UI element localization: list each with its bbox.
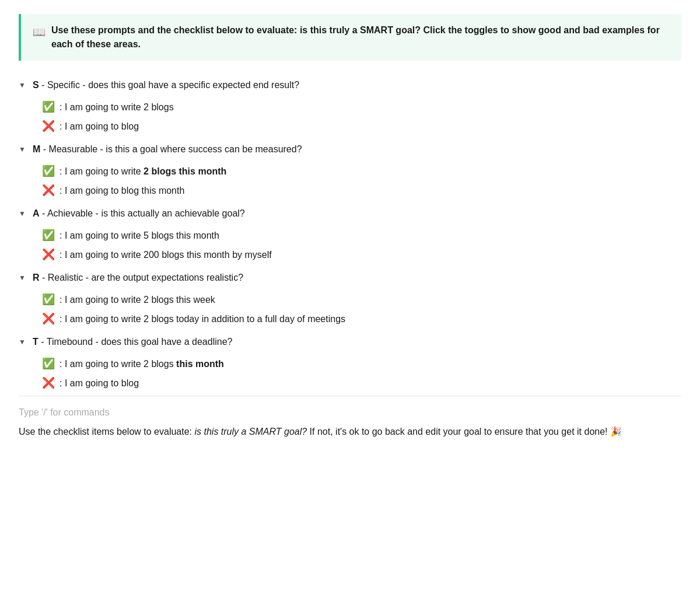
placeholder-text[interactable]: Type '/' for commands xyxy=(19,406,681,420)
example-text-T-1: : I am going to blog xyxy=(60,376,139,390)
example-row-T-0: ✅: I am going to write 2 blogs this mont… xyxy=(42,356,681,372)
callout-icon: 📖 xyxy=(33,25,46,40)
check-icon: ✅ xyxy=(42,163,55,179)
bottom-text-italic: is this truly a SMART goal? xyxy=(194,427,307,437)
example-row-M-1: ❌: I am going to blog this month xyxy=(42,183,681,198)
smart-section-A: ▼A - Achievable - is this actually an ac… xyxy=(19,203,681,263)
cross-icon: ❌ xyxy=(42,311,55,327)
toggle-arrow-M: ▼ xyxy=(19,144,28,155)
bottom-description: Use the checklist items below to evaluat… xyxy=(19,424,681,439)
example-text-S-1: : I am going to blog xyxy=(60,120,139,134)
example-text-T-0: : I am going to write 2 blogs this month xyxy=(60,357,224,371)
section-header-R[interactable]: ▼R - Realistic - are the output expectat… xyxy=(19,267,681,288)
section-title-A: A - Achievable - is this actually an ach… xyxy=(33,207,245,221)
example-text-R-1: : I am going to write 2 blogs today in a… xyxy=(60,312,345,326)
example-row-R-0: ✅: I am going to write 2 blogs this week xyxy=(42,292,681,308)
toggle-arrow-T: ▼ xyxy=(19,337,28,347)
section-examples-A: ✅: I am going to write 5 blogs this mont… xyxy=(42,228,681,263)
section-examples-T: ✅: I am going to write 2 blogs this mont… xyxy=(42,356,681,391)
section-title-S: S - Specific - does this goal have a spe… xyxy=(33,78,299,92)
check-icon: ✅ xyxy=(42,228,55,243)
section-title-M: M - Measurable - is this a goal where su… xyxy=(33,142,302,156)
smart-section-M: ▼M - Measurable - is this a goal where s… xyxy=(19,139,681,198)
divider xyxy=(19,396,681,396)
section-header-S[interactable]: ▼S - Specific - does this goal have a sp… xyxy=(19,75,681,96)
section-header-M[interactable]: ▼M - Measurable - is this a goal where s… xyxy=(19,139,681,160)
example-row-R-1: ❌: I am going to write 2 blogs today in … xyxy=(42,311,681,327)
cross-icon: ❌ xyxy=(42,375,55,391)
section-header-A[interactable]: ▼A - Achievable - is this actually an ac… xyxy=(19,203,681,224)
bottom-text-suffix: If not, it's ok to go back and edit your… xyxy=(307,427,622,437)
example-text-R-0: : I am going to write 2 blogs this week xyxy=(60,293,215,307)
example-row-A-1: ❌: I am going to write 200 blogs this mo… xyxy=(42,247,681,263)
callout-box: 📖 Use these prompts and the checklist be… xyxy=(19,14,681,61)
check-icon: ✅ xyxy=(42,99,55,115)
toggle-arrow-R: ▼ xyxy=(19,273,28,283)
section-title-R: R - Realistic - are the output expectati… xyxy=(33,271,243,285)
cross-icon: ❌ xyxy=(42,247,55,263)
section-header-T[interactable]: ▼T - Timebound - does this goal have a d… xyxy=(19,331,681,352)
check-icon: ✅ xyxy=(42,292,55,308)
smart-sections: ▼S - Specific - does this goal have a sp… xyxy=(19,75,681,391)
toggle-arrow-S: ▼ xyxy=(19,80,28,90)
example-text-A-0: : I am going to write 5 blogs this month xyxy=(60,229,219,243)
section-examples-M: ✅: I am going to write 2 blogs this mont… xyxy=(42,163,681,198)
example-row-S-1: ❌: I am going to blog xyxy=(42,118,681,134)
check-icon: ✅ xyxy=(42,356,55,372)
example-text-M-1: : I am going to blog this month xyxy=(60,184,184,198)
cross-icon: ❌ xyxy=(42,183,55,198)
section-examples-R: ✅: I am going to write 2 blogs this week… xyxy=(42,292,681,327)
smart-section-T: ▼T - Timebound - does this goal have a d… xyxy=(19,331,681,391)
example-row-A-0: ✅: I am going to write 5 blogs this mont… xyxy=(42,228,681,243)
example-row-S-0: ✅: I am going to write 2 blogs xyxy=(42,99,681,115)
example-row-T-1: ❌: I am going to blog xyxy=(42,375,681,391)
smart-section-S: ▼S - Specific - does this goal have a sp… xyxy=(19,75,681,134)
example-text-S-0: : I am going to write 2 blogs xyxy=(60,100,174,114)
smart-section-R: ▼R - Realistic - are the output expectat… xyxy=(19,267,681,327)
bottom-text-prefix: Use the checklist items below to evaluat… xyxy=(19,427,194,437)
callout-text: Use these prompts and the checklist belo… xyxy=(51,23,670,51)
cross-icon: ❌ xyxy=(42,118,55,134)
toggle-arrow-A: ▼ xyxy=(19,208,28,219)
section-examples-S: ✅: I am going to write 2 blogs❌: I am go… xyxy=(42,99,681,134)
example-row-M-0: ✅: I am going to write 2 blogs this mont… xyxy=(42,163,681,179)
example-text-A-1: : I am going to write 200 blogs this mon… xyxy=(60,248,272,262)
section-title-T: T - Timebound - does this goal have a de… xyxy=(33,335,232,349)
example-text-M-0: : I am going to write 2 blogs this month xyxy=(60,165,226,179)
